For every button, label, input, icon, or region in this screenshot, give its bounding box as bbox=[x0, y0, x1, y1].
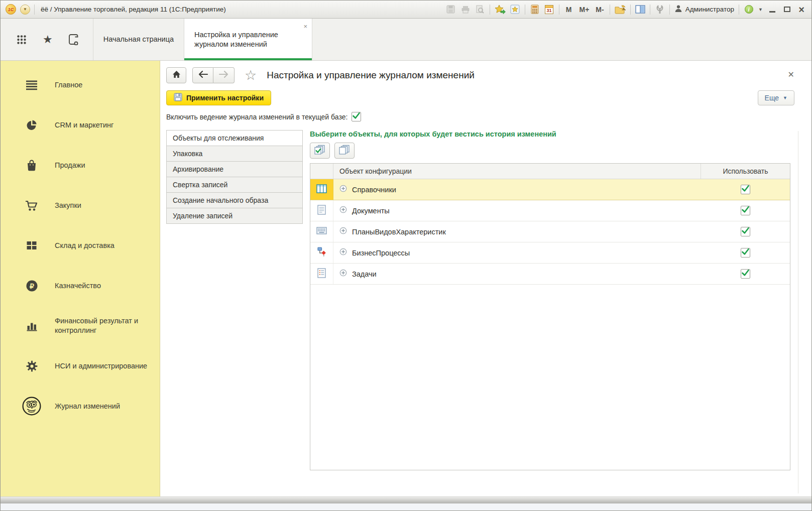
memory-button-m-plus[interactable]: M+ bbox=[578, 4, 591, 15]
window-title: ёё / Управление торговлей, редакция 11 (… bbox=[41, 6, 226, 13]
table-row-catalogs[interactable]: Справочники bbox=[310, 179, 790, 200]
favorite-star-icon[interactable]: ☆ bbox=[245, 69, 257, 82]
row-use-cell bbox=[701, 242, 790, 263]
sidebar-item-treasury[interactable]: ₽Казначейство bbox=[1, 266, 160, 306]
info-dropdown-icon[interactable]: ▼ bbox=[758, 7, 763, 12]
section-tab-records-collapse[interactable]: Свертка записей bbox=[166, 177, 303, 193]
table-row-business-processes[interactable]: БизнесПроцессы bbox=[310, 242, 790, 264]
sidebar-item-financial-result[interactable]: Финансовый результат и контроллинг bbox=[1, 306, 160, 346]
apply-settings-button[interactable]: Применить настройки bbox=[166, 90, 271, 105]
row-name-cell[interactable]: Справочники bbox=[333, 179, 701, 200]
row-checkbox[interactable] bbox=[741, 269, 750, 279]
table-row-documents[interactable]: Документы bbox=[310, 200, 790, 221]
divider bbox=[669, 5, 670, 15]
divider bbox=[559, 5, 559, 15]
section-tab-packaging[interactable]: Упаковка bbox=[166, 146, 303, 162]
header-icon-cell bbox=[310, 164, 333, 179]
sidebar-item-change-log[interactable]: Журнал изменений bbox=[1, 386, 160, 426]
expand-icon bbox=[339, 185, 347, 194]
memory-buttons: MM+M- bbox=[564, 4, 605, 15]
enable-journal-label: Включить ведение журнала изменений в тек… bbox=[166, 113, 347, 121]
divider bbox=[739, 5, 739, 15]
sidebar-item-nsi-administration[interactable]: НСИ и администрирование bbox=[1, 346, 160, 386]
sidebar-item-label: Продажи bbox=[55, 161, 85, 170]
sidebar-item-crm-marketing[interactable]: CRM и маркетинг bbox=[1, 105, 160, 145]
history-icon[interactable] bbox=[68, 34, 78, 45]
section-tab-archiving[interactable]: Архивирование bbox=[166, 161, 303, 177]
row-name-cell[interactable]: Задачи bbox=[333, 264, 701, 284]
back-button[interactable] bbox=[192, 67, 213, 83]
sidebar-item-label: Финансовый результат и контроллинг bbox=[55, 316, 158, 335]
folder-open-icon[interactable] bbox=[615, 4, 626, 15]
save-floppy-icon bbox=[174, 93, 182, 103]
section-tab-tracked-objects[interactable]: Объекты для отслеживания bbox=[166, 130, 303, 146]
favorites-add-icon[interactable] bbox=[510, 4, 520, 15]
sections-grid-menu-icon[interactable] bbox=[16, 34, 28, 46]
enable-journal-checkbox[interactable] bbox=[352, 112, 361, 121]
system-menu-dropdown-icon[interactable]: ▼ bbox=[20, 5, 30, 15]
table-row-characteristic-type-plans[interactable]: ПланыВидовХарактеристик bbox=[310, 221, 790, 242]
forward-button[interactable] bbox=[213, 67, 235, 83]
row-checkbox[interactable] bbox=[741, 206, 750, 215]
history-nav-group bbox=[192, 67, 235, 83]
form-close-icon[interactable]: ✕ bbox=[788, 71, 794, 79]
shopping-bag-icon bbox=[22, 159, 42, 172]
owl-icon bbox=[22, 395, 42, 418]
check-icon bbox=[741, 248, 750, 258]
service-wrench-icon[interactable] bbox=[655, 4, 665, 15]
current-user[interactable]: Администратор bbox=[674, 5, 734, 14]
save-icon[interactable] bbox=[446, 4, 456, 15]
row-checkbox[interactable] bbox=[741, 185, 750, 194]
header-object-column[interactable]: Объект конфигурации bbox=[333, 164, 701, 179]
tab-change-log-settings[interactable]: Настройка и управление журналом изменени… bbox=[184, 19, 312, 60]
header-use-column[interactable]: Использовать bbox=[701, 164, 790, 179]
row-name-cell[interactable]: БизнесПроцессы bbox=[333, 242, 701, 263]
tab-home-page[interactable]: Начальная страница bbox=[93, 19, 184, 60]
sidebar-item-label: Главное bbox=[55, 80, 82, 90]
clear-all-button[interactable] bbox=[334, 143, 355, 159]
more-button[interactable]: Еще ▼ bbox=[758, 90, 794, 105]
select-all-button[interactable] bbox=[310, 143, 330, 159]
title-bar: 1C ▼ ёё / Управление торговлей, редакция… bbox=[1, 1, 811, 19]
user-icon bbox=[674, 5, 682, 14]
sidebar-item-main[interactable]: Главное bbox=[1, 65, 160, 105]
row-checkbox[interactable] bbox=[741, 227, 750, 236]
memory-button-m[interactable]: M bbox=[564, 4, 574, 15]
row-use-cell bbox=[701, 179, 790, 200]
calculator-icon[interactable] bbox=[530, 4, 540, 15]
print-preview-icon[interactable] bbox=[475, 4, 485, 15]
1c-logo-icon[interactable]: 1C bbox=[6, 4, 16, 15]
document-icon bbox=[317, 205, 326, 217]
section-tab-records-deletion[interactable]: Удаление записей bbox=[166, 208, 303, 224]
sidebar-item-sales[interactable]: Продажи bbox=[1, 145, 160, 185]
sidebar-item-purchases[interactable]: Закупки bbox=[1, 185, 160, 225]
split-window-icon[interactable] bbox=[635, 4, 645, 15]
row-checkbox[interactable] bbox=[741, 248, 750, 258]
enable-journal-row: Включить ведение журнала изменений в тек… bbox=[166, 112, 811, 121]
favorites-star-icon[interactable]: ★ bbox=[43, 34, 53, 45]
body: ГлавноеCRM и маркетингПродажиЗакупкиСкла… bbox=[1, 61, 811, 496]
section-tab-initial-image[interactable]: Создание начального образа bbox=[166, 192, 303, 208]
row-icon-cell bbox=[310, 242, 333, 263]
row-icon-cell bbox=[310, 179, 333, 200]
tab-label: Начальная страница bbox=[103, 35, 174, 44]
gear-icon bbox=[22, 360, 42, 372]
taskbar-strip bbox=[1, 503, 811, 510]
row-name-cell[interactable]: ПланыВидовХарактеристик bbox=[333, 221, 701, 242]
form-nav-row: ☆ Настройка и управление журналом измене… bbox=[166, 67, 811, 84]
calendar-icon[interactable]: 31 bbox=[544, 4, 554, 15]
sidebar-item-warehouse-delivery[interactable]: Склад и доставка bbox=[1, 225, 160, 266]
table-body: СправочникиДокументыПланыВидовХарактерис… bbox=[310, 179, 790, 285]
calendar-glyph: 31 bbox=[545, 5, 553, 14]
table-row-tasks[interactable]: Задачи bbox=[310, 264, 790, 285]
info-button[interactable]: i bbox=[744, 4, 754, 15]
minimize-button[interactable] bbox=[767, 4, 777, 15]
tab-close-icon[interactable]: × bbox=[303, 23, 307, 30]
row-name-cell[interactable]: Документы bbox=[333, 200, 701, 221]
close-button[interactable]: × bbox=[796, 4, 806, 15]
print-icon[interactable] bbox=[460, 4, 471, 15]
maximize-button[interactable] bbox=[782, 4, 792, 15]
memory-button-m-minus[interactable]: M- bbox=[595, 4, 605, 15]
favorites-go-icon[interactable] bbox=[495, 4, 506, 15]
home-button[interactable] bbox=[166, 67, 186, 83]
